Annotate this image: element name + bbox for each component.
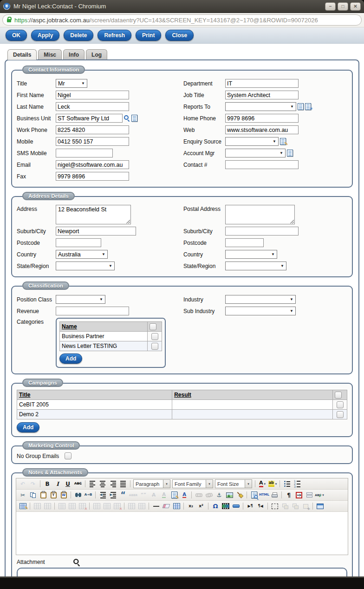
suburb-city-input[interactable] <box>56 227 136 236</box>
postcode-input[interactable] <box>225 238 264 247</box>
subscript-icon[interactable]: x₂ <box>186 502 195 510</box>
country-select[interactable]: Australia▼ <box>56 250 108 259</box>
non-breaking-space-icon[interactable] <box>294 491 304 499</box>
reports-to-select[interactable]: ▼ <box>225 102 296 111</box>
row-checkbox[interactable] <box>337 411 344 418</box>
row-checkbox[interactable] <box>337 401 344 408</box>
ok-button[interactable]: OK <box>6 30 27 41</box>
insert-table-icon[interactable]: ✎ <box>18 502 27 510</box>
advanced-hr-icon[interactable] <box>231 502 240 510</box>
postal-address-textarea[interactable] <box>225 205 295 224</box>
apply-button[interactable]: Apply <box>31 30 59 41</box>
work-phone-input[interactable] <box>56 125 129 134</box>
fax-input[interactable] <box>56 172 129 181</box>
citation-icon[interactable]: A <box>180 491 189 499</box>
insert-media-icon[interactable] <box>221 502 230 510</box>
position-class-select[interactable]: ▼ <box>56 295 105 304</box>
align-right-icon[interactable] <box>108 479 117 488</box>
resize-grip-icon[interactable] <box>126 220 130 223</box>
align-left-icon[interactable] <box>88 479 97 488</box>
visual-characters-icon[interactable]: ¶ <box>284 491 293 499</box>
job-title-input[interactable] <box>225 91 299 99</box>
categories-name-header[interactable]: Name <box>60 322 148 332</box>
mobile-input[interactable] <box>56 137 129 146</box>
find-icon[interactable] <box>73 491 83 499</box>
close-window-button[interactable]: ✕ <box>350 2 361 11</box>
tab-info[interactable]: Info <box>63 49 84 59</box>
visual-blocks-icon[interactable] <box>270 502 280 510</box>
campaigns-result-header[interactable]: Result <box>172 390 333 400</box>
preview-icon[interactable] <box>249 491 259 499</box>
text-color-icon[interactable]: A▾ <box>258 479 267 488</box>
highlight-color-icon[interactable]: ab▾ <box>268 479 277 488</box>
numbered-list-icon[interactable]: 123 <box>292 479 302 488</box>
attachment-search-icon[interactable] <box>74 559 80 565</box>
italic-icon[interactable]: I <box>53 479 62 488</box>
insert-image-icon[interactable] <box>225 491 234 499</box>
email-input[interactable] <box>56 160 129 169</box>
edit-html-icon[interactable]: HTML <box>260 491 269 499</box>
last-name-input[interactable] <box>56 102 129 111</box>
maximize-button[interactable]: □ <box>338 2 348 11</box>
document-icon[interactable] <box>298 103 304 110</box>
copy-icon[interactable] <box>28 491 38 499</box>
find-replace-icon[interactable]: A→B <box>84 491 93 499</box>
title-select[interactable]: Mr▼ <box>56 79 87 88</box>
spellcheck-icon[interactable]: ABC▾ <box>315 491 324 499</box>
print-icon[interactable] <box>270 491 279 499</box>
resize-grip-icon[interactable] <box>290 220 294 223</box>
enquiry-source-select[interactable]: ▼ <box>225 137 279 146</box>
address-textarea[interactable]: 12 Beaconsfield St <box>56 205 131 224</box>
align-justify-icon[interactable] <box>118 479 128 488</box>
account-mgr-select[interactable]: ▼ <box>225 149 286 157</box>
blockquote-icon[interactable]: “ <box>118 491 128 499</box>
cut-icon[interactable]: ✂ <box>18 491 27 499</box>
padlock-icon[interactable] <box>7 19 11 22</box>
font-size-select[interactable]: Font Size▾ <box>215 479 252 488</box>
tab-log[interactable]: Log <box>86 49 107 59</box>
business-unit-input[interactable] <box>56 114 123 123</box>
address-input[interactable]: https://aspc.jobtrack.com.au/screen/data… <box>2 14 362 26</box>
paste-as-text-icon[interactable]: T <box>49 491 58 499</box>
superscript-icon[interactable]: x² <box>196 502 206 510</box>
indent-icon[interactable]: ▶ <box>108 491 117 499</box>
cleanup-code-icon[interactable] <box>235 491 244 499</box>
tab-details[interactable]: Details <box>7 49 37 60</box>
visual-aid-icon[interactable] <box>172 502 181 510</box>
bullet-list-icon[interactable] <box>282 479 292 488</box>
edit-attributes-icon[interactable]: ✎ <box>169 491 179 499</box>
left-to-right-icon[interactable]: ▶¶ <box>246 502 255 510</box>
right-to-left-icon[interactable]: ¶◀ <box>256 502 265 510</box>
sms-mobile-input[interactable] <box>56 149 113 157</box>
document-icon[interactable] <box>131 115 137 122</box>
state-region-select[interactable]: ▼ <box>225 262 286 270</box>
remove-formatting-icon[interactable] <box>162 502 171 510</box>
select-all-checkbox[interactable] <box>150 323 156 330</box>
refresh-button[interactable]: Refresh <box>98 30 131 41</box>
web-input[interactable] <box>225 125 299 134</box>
outdent-icon[interactable]: ◀ <box>98 491 107 499</box>
format-select[interactable]: Paragraph▾ <box>133 479 170 488</box>
bold-icon[interactable]: B <box>43 479 52 488</box>
underline-icon[interactable]: U <box>63 479 72 488</box>
paste-from-word-icon[interactable]: W <box>59 491 68 499</box>
new-document-icon[interactable]: ✳ <box>305 103 311 110</box>
select-all-checkbox[interactable] <box>335 392 342 399</box>
add-category-button[interactable]: Add <box>59 353 82 364</box>
strikethrough-icon[interactable]: ABC <box>73 479 83 488</box>
page-break-icon[interactable] <box>305 491 314 499</box>
no-group-emails-checkbox[interactable] <box>65 452 72 459</box>
delete-button[interactable]: Delete <box>64 30 93 41</box>
row-checkbox[interactable] <box>151 343 158 350</box>
print-button[interactable]: Print <box>136 30 161 41</box>
country-select[interactable]: ▼ <box>225 250 277 259</box>
minimize-button[interactable]: – <box>325 2 336 11</box>
special-character-icon[interactable]: Ω <box>211 502 220 510</box>
row-checkbox[interactable] <box>151 333 158 340</box>
document-icon[interactable] <box>287 150 293 157</box>
edit-icon[interactable]: ✎ <box>280 138 286 145</box>
close-button[interactable]: Close <box>165 30 194 41</box>
horizontal-rule-icon[interactable] <box>151 502 161 510</box>
postcode-input[interactable] <box>56 238 101 247</box>
font-family-select[interactable]: Font Family▾ <box>172 479 213 488</box>
